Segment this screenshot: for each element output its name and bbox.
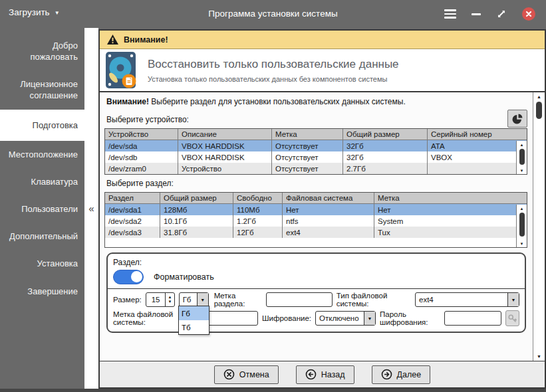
partition-table-row-cell: /dev/sda3 bbox=[105, 227, 160, 238]
partition-table-row[interactable]: /dev/sda1128Мб110МбНетНет bbox=[105, 204, 527, 215]
next-button[interactable]: Далее bbox=[372, 365, 431, 384]
installer-window: Загрузить ▼ Программа установки системы … bbox=[0, 0, 546, 392]
partition-table-row-cell: /dev/sda2 bbox=[105, 215, 160, 227]
encryption-select[interactable]: Отключено ▼ bbox=[315, 311, 376, 326]
sidebar-item[interactable]: Установка bbox=[0, 250, 84, 277]
next-arrow-circle-icon bbox=[381, 369, 392, 380]
minimize-icon[interactable] bbox=[472, 13, 481, 15]
size-unit-select[interactable]: Гб ▼ bbox=[179, 292, 209, 307]
collapse-chevrons-icon: « bbox=[88, 203, 94, 214]
sidebar-item[interactable]: Местоположение bbox=[0, 141, 84, 168]
password-label: Пароль шифрования: bbox=[380, 310, 440, 326]
partition-table-empty-space bbox=[105, 238, 527, 247]
footer-bar: Отмена Назад Далее bbox=[100, 361, 545, 387]
sidebar-item[interactable]: Добро пожаловать bbox=[0, 32, 84, 70]
device-table-scrollbar[interactable]: ▲▼ bbox=[516, 141, 527, 174]
device-table-row-cell: VBOX HARDDISK bbox=[178, 151, 272, 163]
size-value: 15 bbox=[146, 293, 166, 306]
device-table-header-cell: Общий размер bbox=[343, 129, 428, 140]
device-table: УстройствоОписаниеМеткаОбщий размерСерий… bbox=[104, 128, 527, 175]
partition-table-row-cell: 10.1Гб bbox=[160, 215, 233, 227]
partition-table-scrollbar[interactable]: ▲▼ bbox=[516, 205, 527, 247]
warning-banner: Внимание! bbox=[100, 31, 545, 49]
scroll-up-icon[interactable]: ▲ bbox=[520, 141, 524, 148]
sidebar-item[interactable]: Пользователи bbox=[0, 195, 84, 223]
partition-table-row[interactable]: /dev/sda331.8Гб12Гбext4Tux bbox=[105, 227, 527, 238]
close-button[interactable] bbox=[522, 7, 535, 21]
device-table-row-cell: /dev/zram0 bbox=[105, 163, 178, 174]
format-toggle[interactable] bbox=[113, 270, 144, 284]
device-table-row-cell: Отсутствует bbox=[272, 140, 343, 151]
fs-type-label: Тип файловой системы: bbox=[337, 292, 411, 308]
sidebar-item[interactable]: Клавиатура bbox=[0, 168, 84, 195]
device-table-row-cell: Отсутствует bbox=[272, 151, 343, 163]
device-table-row[interactable]: /dev/zram0УстройствоОтсутствует2.7Гб bbox=[105, 163, 527, 174]
scroll-down-icon[interactable]: ▼ bbox=[520, 167, 524, 174]
device-table-row[interactable]: /dev/sdbVBOX HARDDISKОтсутствует32ГбVBOX bbox=[105, 151, 527, 163]
partition-table-row-cell: Tux bbox=[374, 227, 527, 238]
unit-dropdown-popup: ГбТб bbox=[178, 306, 209, 335]
sidebar-collapse-handle[interactable]: « bbox=[84, 28, 98, 389]
page-title: Восстановить только пользовательские дан… bbox=[148, 58, 399, 71]
size-stepper[interactable]: 15 ▲ ▼ bbox=[146, 292, 175, 307]
cancel-button[interactable]: Отмена bbox=[214, 365, 279, 384]
stepper-arrows-icon[interactable]: ▲ ▼ bbox=[165, 293, 174, 306]
partition-table-row-cell: 31.8Гб bbox=[160, 227, 233, 238]
hard-disk-restore-icon bbox=[105, 52, 138, 88]
sidebar-item[interactable]: Лицензионное соглашение bbox=[0, 70, 84, 109]
device-table-header: УстройствоОписаниеМеткаОбщий размерСерий… bbox=[105, 129, 527, 140]
sidebar-item[interactable]: Подготовка bbox=[0, 110, 84, 141]
scroll-thumb[interactable] bbox=[519, 213, 525, 237]
sidebar-item[interactable]: Дополнительный bbox=[0, 223, 84, 250]
scroll-thumb[interactable] bbox=[536, 102, 542, 119]
unit-option[interactable]: Тб bbox=[179, 320, 209, 334]
size-unit-value: Гб bbox=[180, 293, 197, 306]
device-table-row-cell: 32Гб bbox=[343, 151, 428, 163]
maximize-icon[interactable] bbox=[496, 9, 507, 19]
next-button-label: Далее bbox=[397, 370, 422, 379]
menu-icon[interactable] bbox=[444, 9, 456, 19]
encryption-password-input[interactable] bbox=[444, 311, 501, 326]
device-table-row-cell: Отсутствует bbox=[272, 163, 343, 174]
stepper-up-icon[interactable]: ▲ bbox=[168, 295, 172, 300]
partition-table-row[interactable]: /dev/sda210.1Гб1.2ГбntfsSystem bbox=[105, 215, 527, 227]
device-table-row[interactable]: /dev/sdaVBOX HARDDISKОтсутствует32ГбATA bbox=[105, 140, 527, 151]
device-table-header-cell: Метка bbox=[272, 129, 343, 140]
pie-chart-button[interactable] bbox=[507, 110, 527, 128]
partition-table-row-cell: ext4 bbox=[283, 227, 374, 238]
partition-table-row-cell: /dev/sda1 bbox=[105, 204, 160, 215]
partition-table-row-cell: 12Гб bbox=[233, 227, 283, 238]
back-button[interactable]: Назад bbox=[296, 365, 354, 384]
chevron-down-icon: ▼ bbox=[364, 312, 375, 325]
fs-type-value: ext4 bbox=[416, 293, 507, 306]
window-bottom-edge bbox=[0, 389, 546, 392]
warning-banner-text: Внимание! bbox=[124, 35, 168, 45]
device-table-header-cell: Описание bbox=[178, 129, 272, 140]
back-button-label: Назад bbox=[321, 370, 345, 379]
encryption-value: Отключено bbox=[316, 312, 364, 325]
device-table-row-cell: 32Гб bbox=[343, 140, 428, 151]
device-table-header-cell: Устройство bbox=[105, 129, 178, 140]
main-scrollbar[interactable]: ▲▼ bbox=[533, 92, 545, 361]
scroll-down-icon[interactable]: ▼ bbox=[537, 352, 541, 361]
partition-group-label: Раздел: bbox=[113, 258, 519, 267]
partition-table-row-cell: Нет bbox=[374, 204, 527, 215]
unit-option[interactable]: Гб bbox=[179, 306, 209, 320]
key-icon bbox=[507, 314, 517, 324]
show-password-button[interactable] bbox=[505, 310, 519, 326]
scroll-down-icon[interactable]: ▼ bbox=[520, 240, 524, 247]
scroll-up-icon[interactable]: ▲ bbox=[520, 205, 524, 212]
sidebar-item[interactable]: Завершение bbox=[0, 278, 84, 305]
scroll-up-icon[interactable]: ▲ bbox=[537, 92, 541, 101]
instruction-text: Внимание! Выберите раздел для установки … bbox=[104, 97, 530, 106]
fs-type-select[interactable]: ext4 ▼ bbox=[415, 292, 519, 307]
partition-table-row-cell: 110Мб bbox=[233, 204, 283, 215]
partition-table-header-cell: Файловая система bbox=[283, 193, 374, 203]
device-table-row-cell: ATA bbox=[428, 140, 527, 151]
partition-label-input[interactable] bbox=[266, 292, 333, 307]
device-section-label: Выберите устройство: bbox=[106, 115, 189, 124]
stepper-down-icon[interactable]: ▼ bbox=[168, 300, 172, 305]
scroll-thumb[interactable] bbox=[519, 149, 525, 165]
chevron-down-icon: ▼ bbox=[507, 293, 519, 306]
cancel-button-label: Отмена bbox=[239, 370, 269, 379]
